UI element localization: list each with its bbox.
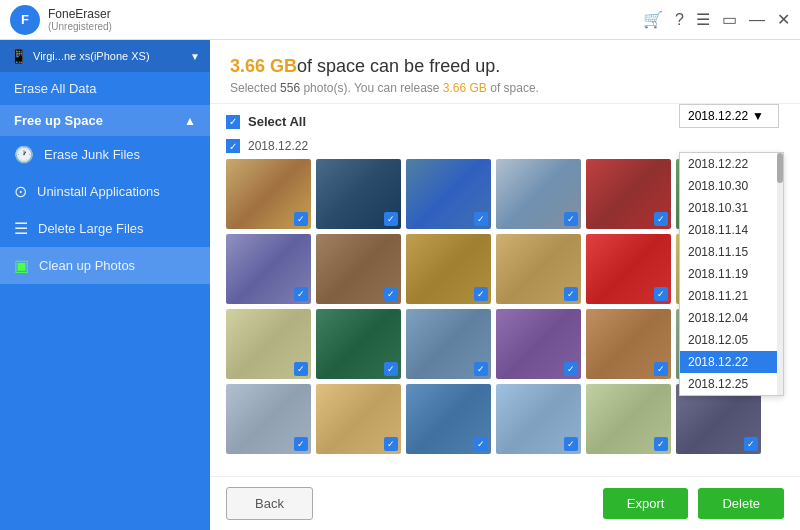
subtitle-prefix: Selected [230,81,280,95]
photo-check-icon [564,287,578,301]
sidebar-item-erase-all[interactable]: Erase All Data [0,72,210,105]
dropdown-item[interactable]: 2018.12.05 [680,329,783,351]
photo-thumb[interactable] [586,234,671,304]
dropdown-item[interactable]: 2018.11.15 [680,241,783,263]
minimize-icon[interactable]: — [749,11,765,29]
app-logo: F [10,5,40,35]
photo-thumb[interactable] [316,384,401,454]
dropdown-item[interactable]: 2018.11.14 [680,219,783,241]
space-subtitle: Selected 556 photo(s). You can release 3… [230,81,780,95]
photo-check-icon [474,437,488,451]
photo-check-icon [294,287,308,301]
main-layout: 📱 Virgi...ne xs(iPhone XS) ▼ Erase All D… [0,40,800,530]
sidebar-item-clean-photos[interactable]: ▣ Clean up Photos [0,247,210,284]
cart-icon[interactable]: 🛒 [643,10,663,29]
photo-check-icon [474,287,488,301]
close-icon[interactable]: ✕ [777,10,790,29]
content-area: 3.66 GBof space can be freed up. Selecte… [210,40,800,530]
sidebar-item-delete-large[interactable]: ☰ Delete Large Files [0,210,210,247]
dropdown-trigger[interactable]: 2018.12.22 ▼ [679,104,779,128]
photo-thumb[interactable] [316,234,401,304]
sidebar-item-delete-label: Delete Large Files [38,221,144,236]
free-up-label: Free up Space [14,113,103,128]
dropdown-item[interactable]: 2018.12.22 [680,153,783,175]
export-button[interactable]: Export [603,488,689,519]
file-icon: ☰ [14,219,28,238]
photo-thumb[interactable] [226,159,311,229]
device-selector[interactable]: 📱 Virgi...ne xs(iPhone XS) ▼ [0,40,210,72]
space-title: 3.66 GBof space can be freed up. [230,56,780,77]
photo-thumb[interactable] [316,159,401,229]
photo-check-icon [294,212,308,226]
photos-icon: ▣ [14,256,29,275]
photo-check-icon [654,212,668,226]
subtitle-suffix: of space. [487,81,539,95]
dropdown-value: 2018.12.22 [688,109,748,123]
erase-all-label: Erase All Data [14,81,96,96]
sidebar-section-free-up[interactable]: Free up Space ▲ [0,105,210,136]
photo-check-icon [744,437,758,451]
app-name: FoneEraser (Unregistered) [48,7,112,32]
clock-icon: 🕐 [14,145,34,164]
dropdown-item[interactable]: 2018.11.19 [680,263,783,285]
dropdown-item[interactable]: 2018.12.04 [680,307,783,329]
photo-thumb[interactable] [406,159,491,229]
photo-thumb[interactable] [226,309,311,379]
device-name: Virgi...ne xs(iPhone XS) [33,50,184,62]
photo-check-icon [474,362,488,376]
photo-thumb[interactable] [496,234,581,304]
photo-thumb[interactable] [496,384,581,454]
select-all-checkbox[interactable] [226,115,240,129]
content-header: 3.66 GBof space can be freed up. Selecte… [210,40,800,104]
sidebar-item-erase-junk[interactable]: 🕐 Erase Junk Files [0,136,210,173]
dropdown-item[interactable]: 2018.11.21 [680,285,783,307]
phone-icon: 📱 [10,48,27,64]
photo-thumb[interactable] [586,309,671,379]
dropdown-item[interactable]: 2018.10.30 [680,175,783,197]
photo-thumb[interactable] [226,384,311,454]
date-group-checkbox[interactable] [226,139,240,153]
dropdown-container: 2018.12.22 ▼ 2018.12.222018.10.302018.10… [679,104,784,372]
date-label: 2018.12.22 [248,139,308,153]
delete-button[interactable]: Delete [698,488,784,519]
back-button[interactable]: Back [226,487,313,520]
photo-check-icon [384,362,398,376]
bottom-bar: Back Export Delete [210,476,800,530]
photo-check-icon [564,212,578,226]
sidebar-item-uninstall-label: Uninstall Applications [37,184,160,199]
sidebar-item-erase-junk-label: Erase Junk Files [44,147,140,162]
sidebar-item-clean-label: Clean up Photos [39,258,135,273]
sidebar: 📱 Virgi...ne xs(iPhone XS) ▼ Erase All D… [0,40,210,530]
screen-icon[interactable]: ▭ [722,10,737,29]
photo-check-icon [564,362,578,376]
collapse-icon: ▲ [184,114,196,128]
photo-check-icon [474,212,488,226]
dropdown-item[interactable]: 2018.12.25 [680,373,783,395]
photo-thumb[interactable] [406,384,491,454]
select-all-label: Select All [248,114,306,129]
dropdown-item[interactable]: 2018.10.31 [680,197,783,219]
apps-icon: ⊙ [14,182,27,201]
photo-check-icon [384,287,398,301]
action-buttons: Export Delete [603,488,784,519]
menu-icon[interactable]: ☰ [696,10,710,29]
photo-thumb[interactable] [406,309,491,379]
photo-thumb[interactable] [496,309,581,379]
dropdown-item[interactable]: 2018.12.22 [680,351,783,373]
photo-check-icon [384,212,398,226]
dropdown-scrollbar[interactable] [777,153,783,395]
titlebar: F FoneEraser (Unregistered) 🛒 ? ☰ ▭ — ✕ [0,0,800,40]
dropdown-list: 2018.12.222018.10.302018.10.312018.11.14… [679,152,784,396]
photo-count: 556 [280,81,300,95]
photo-thumb[interactable] [406,234,491,304]
titlebar-left: F FoneEraser (Unregistered) [10,5,112,35]
photo-thumb[interactable] [586,159,671,229]
question-icon[interactable]: ? [675,11,684,29]
photo-thumb[interactable] [316,309,401,379]
chevron-down-icon: ▼ [190,51,200,62]
photo-thumb[interactable] [586,384,671,454]
subtitle-mid: photo(s). You can release [300,81,443,95]
photo-thumb[interactable] [226,234,311,304]
photo-thumb[interactable] [496,159,581,229]
sidebar-item-uninstall-apps[interactable]: ⊙ Uninstall Applications [0,173,210,210]
